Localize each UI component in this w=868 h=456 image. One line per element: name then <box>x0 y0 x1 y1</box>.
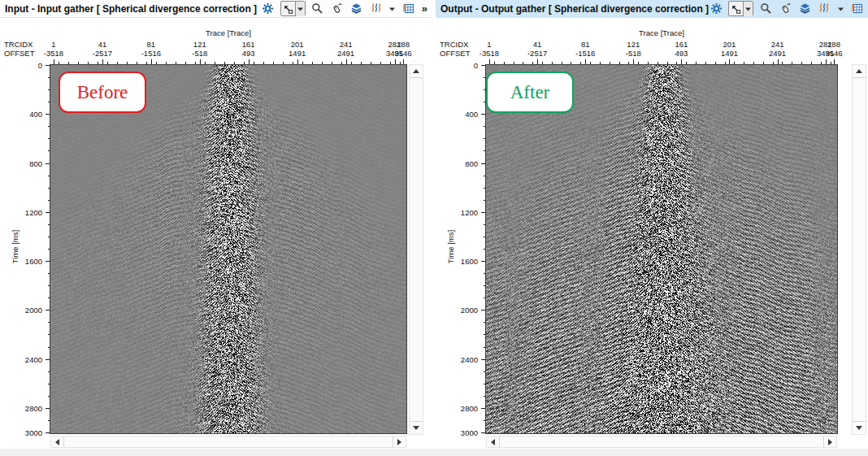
offset-tick-label: -2517 <box>93 49 112 58</box>
scroll-right-button[interactable] <box>823 436 836 447</box>
input-panel-header: Input - Input gather [ Spherical diverge… <box>0 0 432 18</box>
fit-view-button[interactable] <box>729 2 743 16</box>
down-arrow-icon <box>856 426 862 430</box>
horizontal-scrollbar[interactable] <box>50 436 406 448</box>
scroll-left-button[interactable] <box>487 436 500 447</box>
chevron-down-icon <box>388 6 396 12</box>
fit-view-dropdown-button[interactable] <box>295 2 305 16</box>
settings-gear-icon <box>710 2 723 15</box>
time-tick-label: 2800 <box>461 403 478 412</box>
output-gather-panel: Output - Output gather [ Spherical diver… <box>436 0 868 456</box>
zoom-magnifier-icon <box>760 2 772 15</box>
scroll-down-button[interactable] <box>853 421 866 434</box>
scroll-left-button[interactable] <box>51 436 64 447</box>
chevron-down-icon <box>297 6 304 12</box>
fit-view-button[interactable] <box>281 2 295 16</box>
up-arrow-icon <box>413 69 419 73</box>
offset-tick-label: 493 <box>675 49 688 58</box>
offset-tick-row: -3518-2517-1516-5184931491249134913546 <box>50 49 406 58</box>
mouse-select-button[interactable] <box>330 2 345 16</box>
offset-tick-label: -3518 <box>480 49 499 58</box>
layers-button[interactable] <box>797 2 812 16</box>
input-panel-body: Trace [Trace] TRCIDX OFFSET 141811211612… <box>0 18 432 456</box>
offset-tick-label: 3546 <box>394 49 411 58</box>
time-tick-label: 1600 <box>25 257 42 266</box>
fit-view-dropdown-button[interactable] <box>743 2 753 16</box>
trcidx-tick-label: 81 <box>147 40 156 49</box>
time-tick-label: 0 <box>38 61 42 70</box>
offset-tick-label: 2491 <box>337 49 354 58</box>
scroll-up-button[interactable] <box>410 65 423 78</box>
wiggle-display-dropdown-button[interactable] <box>388 2 397 16</box>
offset-tick-label: 1491 <box>289 49 306 58</box>
up-arrow-icon <box>856 69 862 73</box>
left-arrow-icon <box>55 439 59 445</box>
time-tick-label: 0 <box>474 61 478 70</box>
settings-gear-button[interactable] <box>261 2 276 16</box>
trcidx-axis-label: TRCIDX <box>4 40 33 49</box>
time-tick-column: 0400800120016002000240028003000 <box>0 65 50 434</box>
trcidx-tick-row: 14181121161201241281288 <box>486 40 837 49</box>
fit-view-split-button <box>728 1 753 16</box>
trcidx-tick-label: 161 <box>675 40 688 49</box>
time-tick-label: 3000 <box>25 428 42 437</box>
wiggle-display-icon <box>818 2 830 15</box>
time-tick-label: 2400 <box>25 354 42 363</box>
more-tools-overflow-button[interactable]: » <box>421 2 428 15</box>
wiggle-display-dropdown-button[interactable] <box>836 2 844 16</box>
trcidx-tick-label: 241 <box>771 40 784 49</box>
scroll-up-button[interactable] <box>853 65 866 78</box>
trcidx-tick-label: 241 <box>340 40 353 49</box>
after-annotation-badge: After <box>486 72 574 113</box>
seismic-image-output[interactable] <box>485 64 838 434</box>
scroll-right-button[interactable] <box>393 436 406 447</box>
time-tick-label: 1200 <box>461 207 478 216</box>
offset-tick-label: -3518 <box>44 49 63 58</box>
mouse-icon <box>779 2 792 15</box>
layers-icon <box>799 2 811 15</box>
zoom-button[interactable] <box>758 2 773 16</box>
wiggle-display-icon <box>371 2 382 15</box>
horizontal-scrollbar[interactable] <box>486 436 837 448</box>
input-gather-panel: Input - Input gather [ Spherical diverge… <box>0 0 432 456</box>
output-panel-header: Output - Output gather [ Spherical diver… <box>436 0 868 18</box>
trace-axis-title: Trace [Trace] <box>486 28 837 37</box>
time-tick-label: 2800 <box>25 403 42 412</box>
wiggle-table-icon <box>851 2 863 15</box>
offset-tick-label: -1516 <box>575 49 595 58</box>
panel-title: Input - Input gather [ Spherical diverge… <box>5 3 257 15</box>
trcidx-tick-label: 1 <box>51 40 55 49</box>
scroll-down-button[interactable] <box>410 421 423 434</box>
trcidx-tick-label: 81 <box>581 40 590 49</box>
mouse-icon <box>331 2 343 15</box>
seismic-image-input[interactable] <box>50 64 407 434</box>
vertical-scrollbar[interactable] <box>852 64 866 435</box>
bottom-strip <box>0 449 868 456</box>
right-arrow-icon <box>828 439 832 445</box>
time-tick-label: 2400 <box>461 354 478 363</box>
wiggle-display-button[interactable] <box>817 2 831 16</box>
panel-title: Output - Output gather [ Spherical diver… <box>441 3 709 15</box>
offset-tick-label: 3546 <box>825 49 842 58</box>
settings-gear-button[interactable] <box>709 2 723 16</box>
before-annotation-badge: Before <box>59 72 146 113</box>
trcidx-tick-label: 288 <box>397 40 410 49</box>
vertical-scrollbar[interactable] <box>409 64 423 435</box>
zoom-button[interactable] <box>310 2 325 16</box>
time-tick-label: 1200 <box>25 207 42 216</box>
fit-view-corner-arrow-icon <box>731 4 741 15</box>
wiggle-table-icon <box>402 2 414 15</box>
wiggle-table-button[interactable] <box>849 2 864 16</box>
trcidx-tick-label: 41 <box>98 40 107 49</box>
left-arrow-icon <box>491 439 495 445</box>
offset-tick-label: -1516 <box>141 49 161 58</box>
layers-button[interactable] <box>349 2 364 16</box>
time-tick-label: 3000 <box>461 428 478 437</box>
offset-axis-label: OFFSET <box>4 49 34 58</box>
wiggle-table-button[interactable] <box>401 2 416 16</box>
zoom-magnifier-icon <box>311 2 323 15</box>
mouse-select-button[interactable] <box>778 2 792 16</box>
down-arrow-icon <box>413 426 419 430</box>
trcidx-tick-label: 161 <box>242 40 255 49</box>
wiggle-display-button[interactable] <box>369 2 384 16</box>
